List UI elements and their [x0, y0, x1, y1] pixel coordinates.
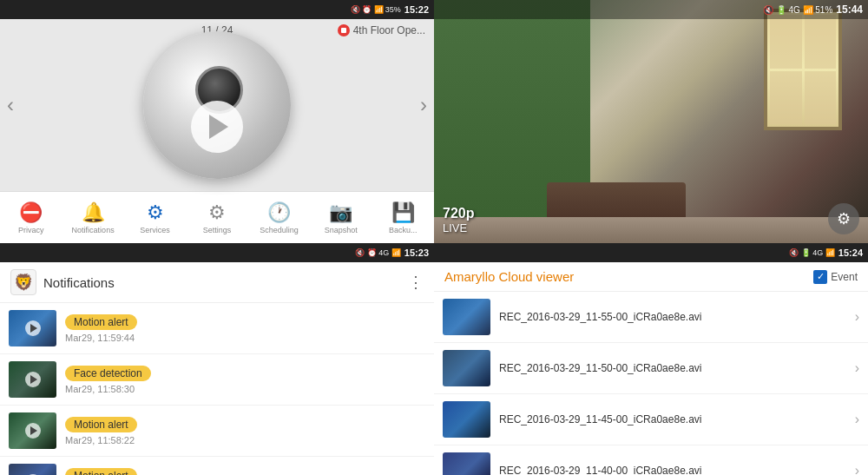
list-item[interactable]: REC_2016-03-29_11-55-00_iCRa0ae8e.avi ›: [434, 292, 868, 343]
left-camera-panel: 🔇 ⏰ 📶 35% 15:22 11 / 24 4th Floor Ope...…: [0, 0, 434, 243]
quality-badge: 720p: [443, 206, 474, 221]
camera-feed: 🔇 🔋 4G 📶 51% 15:44 720p LIVE ⚙: [434, 0, 868, 243]
cloud-status-time: 15:24: [838, 247, 863, 258]
feed-settings-button[interactable]: ⚙: [828, 203, 859, 234]
notif-content-2: Face detection Mar29, 11:58:30: [65, 365, 425, 394]
settings-icon: ⚙: [208, 201, 226, 224]
notif-thumbnail-2: [9, 361, 56, 398]
window-pane-2: [805, 15, 837, 69]
cloud-filename-1: REC_2016-03-29_11-55-00_iCRa0ae8e.avi: [499, 311, 846, 323]
cloud-arrow-icon-2: ›: [855, 360, 859, 376]
cloud-filename-3: REC_2016-03-29_11-45-00_iCRa0ae8e.avi: [499, 413, 846, 426]
notif-time-2: Mar29, 11:58:30: [65, 384, 425, 394]
notif-content-1: Motion alert Mar29, 11:59:44: [65, 313, 425, 343]
right-top-status: 🔇 🔋 4G 📶 51%: [763, 5, 832, 15]
notif-tag-4: Motion alert: [65, 468, 137, 475]
top-half: 🔇 ⏰ 📶 35% 15:22 11 / 24 4th Floor Ope...…: [0, 0, 868, 243]
notifications-icon: 🔔: [82, 201, 105, 224]
thumb-play-icon-3: [25, 423, 41, 439]
more-options-button[interactable]: ⋮: [408, 273, 424, 292]
cloud-arrow-icon-4: ›: [855, 463, 859, 475]
scheduling-icon: 🕐: [267, 201, 291, 224]
cloud-thumbnail-2: [443, 350, 490, 386]
tab-scheduling-label: Scheduling: [260, 226, 299, 234]
list-item[interactable]: Motion alert Mar29, 11:57:00: [0, 457, 434, 475]
lion-logo-icon: 🦁: [10, 269, 36, 295]
window-pane-3: [770, 71, 802, 125]
tab-notifications-label: Notifications: [72, 226, 115, 234]
thumb-play-icon-1: [25, 320, 41, 336]
cloud-filename-4: REC_2016-03-29_11-40-00_iCRa0ae8e.avi: [499, 465, 846, 475]
play-button[interactable]: [191, 101, 243, 153]
notif-status-icons: 🔇 ⏰ 4G 📶: [355, 248, 401, 257]
notif-thumbnail-1: [9, 310, 56, 346]
window-element: [764, 9, 842, 130]
services-icon: ⚙: [147, 201, 164, 224]
nav-right-button[interactable]: ›: [420, 93, 427, 117]
feed-status-bar: 🔇 🔋 4G 📶 51% 15:44: [434, 0, 868, 19]
play-triangle-icon: [209, 115, 228, 139]
notif-tag-2: Face detection: [65, 366, 151, 381]
tab-snapshot[interactable]: 📷 Snapshot: [310, 201, 372, 234]
tab-services[interactable]: ⚙ Services: [124, 201, 186, 234]
cloud-viewer-panel: 🔇 🔋 4G 📶 15:24 Amaryllo Cloud viewer ✓ E…: [434, 243, 868, 475]
cloud-filename-2: REC_2016-03-29_11-50-00_iCRa0ae8e.avi: [499, 362, 846, 374]
tab-bar: ⛔ Privacy 🔔 Notifications ⚙ Services ⚙ S…: [0, 191, 434, 243]
list-item[interactable]: Motion alert Mar29, 11:58:22: [0, 406, 434, 457]
notif-thumbnail-3: [9, 412, 56, 449]
backup-icon: 💾: [391, 201, 415, 224]
cloud-status-icons: 🔇 🔋 4G 📶: [789, 248, 835, 257]
notifications-title-bar: 🦁 Notifications ⋮: [0, 262, 434, 303]
room-floor: [434, 217, 868, 243]
tab-settings-label: Settings: [203, 226, 232, 234]
list-item[interactable]: Face detection Mar29, 11:58:30: [0, 354, 434, 406]
notif-tag-3: Motion alert: [65, 417, 137, 432]
tab-backup[interactable]: 💾 Backu...: [372, 201, 434, 234]
event-label: Event: [831, 271, 858, 283]
privacy-icon: ⛔: [19, 201, 43, 224]
event-checkbox[interactable]: ✓ Event: [813, 270, 858, 284]
bottom-half: 🔇 ⏰ 4G 📶 15:23 🦁 Notifications ⋮ Motion …: [0, 243, 868, 475]
left-battery: 35%: [385, 5, 401, 14]
tab-settings[interactable]: ⚙ Settings: [186, 201, 247, 234]
right-top-time: 15:44: [836, 3, 863, 16]
snapshot-icon: 📷: [329, 201, 352, 224]
notif-title-left: 🦁 Notifications: [10, 269, 115, 295]
cloud-arrow-icon-3: ›: [855, 412, 859, 427]
nav-left-button[interactable]: ‹: [7, 93, 14, 117]
list-item[interactable]: REC_2016-03-29_11-40-00_iCRa0ae8e.avi ›: [434, 445, 868, 475]
notif-status-time: 15:23: [404, 247, 429, 258]
tab-privacy-label: Privacy: [18, 226, 44, 234]
cloud-thumbnail-3: [443, 401, 490, 438]
notif-content-4: Motion alert Mar29, 11:57:00: [65, 467, 425, 475]
cloud-status-bar: 🔇 🔋 4G 📶 15:24: [434, 243, 868, 262]
camera-view: 11 / 24 4th Floor Ope... ‹ ›: [0, 19, 434, 191]
tab-notifications[interactable]: 🔔 Notifications: [62, 201, 123, 234]
tab-backup-label: Backu...: [389, 226, 418, 234]
notifications-panel: 🔇 ⏰ 4G 📶 15:23 🦁 Notifications ⋮ Motion …: [0, 243, 434, 475]
notifications-list: Motion alert Mar29, 11:59:44 Face detect…: [0, 303, 434, 475]
thumb-play-icon-2: [25, 372, 41, 387]
window-pane-4: [805, 71, 837, 125]
notif-content-3: Motion alert Mar29, 11:58:22: [65, 416, 425, 445]
live-badge: LIVE: [443, 221, 474, 234]
red-stop-icon: [338, 24, 350, 36]
notif-tag-1: Motion alert: [65, 314, 137, 330]
notif-thumbnail-4: [9, 464, 56, 475]
list-item[interactable]: Motion alert Mar29, 11:59:44: [0, 303, 434, 354]
camera-name-text: 4th Floor Ope...: [353, 24, 425, 36]
list-item[interactable]: REC_2016-03-29_11-50-00_iCRa0ae8e.avi ›: [434, 343, 868, 394]
tab-snapshot-label: Snapshot: [325, 226, 358, 234]
camera-name-label: 4th Floor Ope...: [338, 24, 425, 36]
cloud-thumbnail-4: [443, 452, 490, 475]
camera-device-icon: [143, 31, 291, 179]
status-bar-left: 🔇 ⏰ 📶 35% 15:22: [0, 0, 434, 19]
tab-scheduling[interactable]: 🕐 Scheduling: [248, 201, 310, 234]
tab-services-label: Services: [140, 226, 170, 234]
list-item[interactable]: REC_2016-03-29_11-45-00_iCRa0ae8e.avi ›: [434, 394, 868, 445]
tab-privacy[interactable]: ⛔ Privacy: [0, 201, 62, 234]
cloud-arrow-icon-1: ›: [855, 309, 859, 325]
notif-status-bar: 🔇 ⏰ 4G 📶 15:23: [0, 243, 434, 262]
notif-time-1: Mar29, 11:59:44: [65, 333, 425, 343]
window-pane-1: [770, 15, 802, 69]
